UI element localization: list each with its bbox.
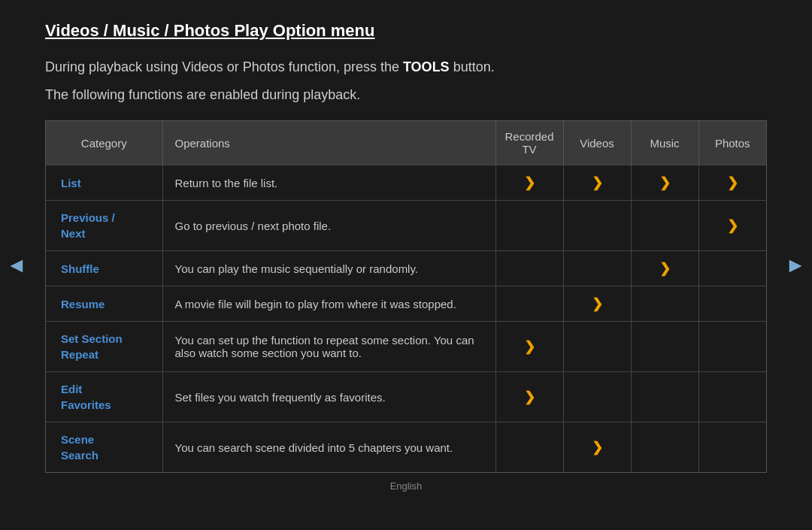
cell-photos: ❯: [698, 201, 766, 251]
header-operations: Operations: [162, 121, 495, 165]
desc-text-before-bold: During playback using Videos or Photos f…: [45, 59, 403, 74]
checkmark-videos: ❯: [592, 440, 603, 455]
cell-operation: Go to previous / next photo file.: [162, 201, 495, 251]
cell-photos: [698, 251, 766, 286]
cell-photos: ❯: [698, 165, 766, 201]
table-row: ListReturn to the file list.❯❯❯❯: [46, 165, 766, 201]
cell-category: Resume: [46, 286, 162, 322]
cell-operation: Return to the file list.: [162, 165, 495, 201]
cell-music: [631, 422, 698, 473]
cell-music: [631, 322, 698, 372]
cell-videos: [563, 372, 631, 422]
table-wrapper: Category Operations RecordedTV Videos Mu…: [45, 120, 767, 473]
header-recorded-tv: RecordedTV: [495, 121, 563, 165]
cell-operation: A movie file will begin to play from whe…: [162, 286, 495, 322]
cell-photos: [698, 372, 766, 422]
cell-recorded: [495, 201, 563, 251]
cell-operation: You can search scene divided into 5 chap…: [162, 422, 495, 473]
checkmark-recorded: ❯: [524, 175, 535, 190]
checkmark-photos: ❯: [727, 175, 738, 190]
checkmark-photos: ❯: [727, 218, 738, 233]
table-row: ShuffleYou can play the music sequential…: [46, 251, 766, 286]
cell-videos: [563, 201, 631, 251]
header-music: Music: [631, 121, 698, 165]
page-container: Videos / Music / Photos Play Option menu…: [0, 0, 812, 507]
cell-recorded: [495, 286, 563, 322]
table-row: Previous /NextGo to previous / next phot…: [46, 201, 766, 251]
desc-text-after-bold: button.: [450, 59, 495, 74]
header-photos: Photos: [698, 121, 766, 165]
cell-videos: ❯: [563, 165, 631, 201]
table-row: SceneSearchYou can search scene divided …: [46, 422, 766, 473]
cell-videos: [563, 322, 631, 372]
cell-recorded: ❯: [495, 322, 563, 372]
checkmark-recorded: ❯: [524, 389, 535, 404]
cell-music: [631, 372, 698, 422]
header-category: Category: [46, 121, 162, 165]
cell-operation: You can set up the function to repeat so…: [162, 322, 495, 372]
cell-category: Set SectionRepeat: [46, 322, 162, 372]
cell-recorded: [495, 422, 563, 473]
cell-recorded: ❯: [495, 165, 563, 201]
cell-recorded: ❯: [495, 372, 563, 422]
table-row: ResumeA movie file will begin to play fr…: [46, 286, 766, 322]
cell-photos: [698, 322, 766, 372]
tools-keyword: TOOLS: [403, 59, 450, 74]
cell-videos: ❯: [563, 286, 631, 322]
page-title: Videos / Music / Photos Play Option menu: [45, 21, 767, 41]
cell-category: List: [46, 165, 162, 201]
table-row: EditFavoritesSet files you watch frequen…: [46, 372, 766, 422]
cell-videos: ❯: [563, 422, 631, 473]
table-header-row: Category Operations RecordedTV Videos Mu…: [46, 121, 766, 165]
header-videos: Videos: [563, 121, 631, 165]
checkmark-videos: ❯: [592, 296, 603, 311]
checkmark-recorded: ❯: [524, 339, 535, 354]
cell-category: Previous /Next: [46, 201, 162, 251]
cell-photos: [698, 422, 766, 473]
cell-music: [631, 201, 698, 251]
features-table: Category Operations RecordedTV Videos Mu…: [46, 121, 766, 472]
checkmark-music: ❯: [659, 175, 671, 190]
cell-music: ❯: [631, 251, 698, 286]
cell-operation: You can play the music sequentially or r…: [162, 251, 495, 286]
table-row: Set SectionRepeatYou can set up the func…: [46, 322, 766, 372]
description-line2: The following functions are enabled duri…: [45, 85, 767, 105]
cell-category: EditFavorites: [46, 372, 162, 422]
cell-category: SceneSearch: [46, 422, 162, 473]
cell-music: ❯: [631, 165, 698, 201]
checkmark-videos: ❯: [592, 175, 603, 190]
cell-photos: [698, 286, 766, 322]
footer-language: English: [45, 480, 767, 492]
cell-recorded: [495, 251, 563, 286]
cell-videos: [563, 251, 631, 286]
cell-category: Shuffle: [46, 251, 162, 286]
description-line1: During playback using Videos or Photos f…: [45, 57, 767, 77]
cell-operation: Set files you watch frequently as favori…: [162, 372, 495, 422]
checkmark-music: ❯: [659, 261, 671, 276]
table-body: ListReturn to the file list.❯❯❯❯Previous…: [46, 165, 766, 473]
cell-music: [631, 286, 698, 322]
